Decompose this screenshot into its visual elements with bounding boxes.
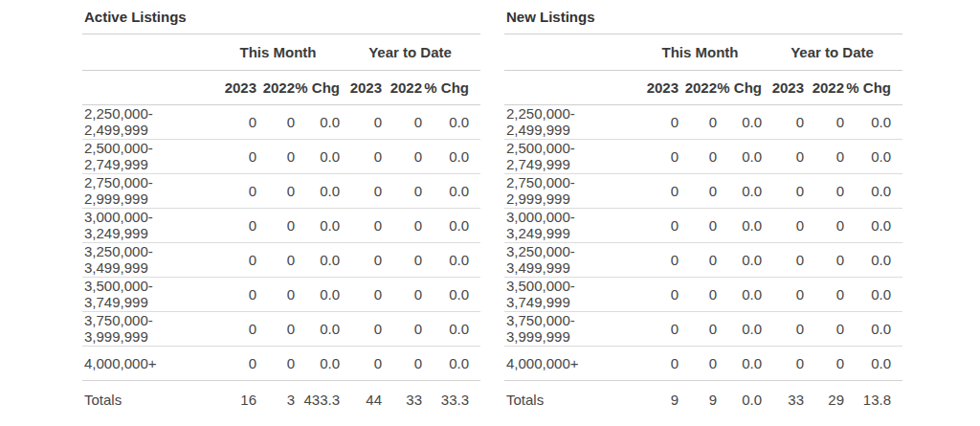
cell-value: 0 (216, 346, 256, 380)
row-label: 2,500,000-2,749,999 (504, 139, 638, 173)
cell-value: 0.0 (844, 104, 902, 139)
cell-value: 0.0 (422, 242, 480, 277)
column-header-row: 2023 2022 % Chg 2023 2022 % Chg (82, 70, 480, 104)
cell-value: 0 (340, 104, 382, 139)
cell-value: 0.0 (844, 277, 902, 311)
row-label: 4,000,000+ (504, 346, 638, 380)
column-header: 2023 (216, 70, 256, 104)
column-header: 2022 (804, 70, 844, 104)
cell-value: 9 (638, 380, 679, 418)
cell-value: 0 (804, 208, 844, 242)
table-row: 4,000,000+000.0000.0 (82, 346, 480, 380)
table-row: 3,750,000-3,999,999000.0000.0 (504, 311, 902, 346)
cell-value: 0 (679, 346, 717, 380)
cell-value: 0 (340, 173, 382, 208)
table-title: New Listings (504, 0, 902, 34)
group-header-row: This Month Year to Date (504, 34, 902, 70)
cell-value: 0 (762, 208, 804, 242)
cell-value: 0 (382, 208, 422, 242)
group-header-this-month: This Month (216, 34, 340, 70)
active-listings-data-table: This Month Year to Date 2023 2022 % Chg … (82, 34, 480, 418)
cell-value: 0 (679, 104, 717, 139)
group-header-row: This Month Year to Date (82, 34, 480, 70)
cell-value: 0 (679, 277, 717, 311)
table-footer: Totals990.0332913.8 (504, 380, 902, 418)
cell-value: 0.0 (717, 104, 762, 139)
cell-value: 9 (679, 380, 717, 418)
cell-value: 0 (679, 208, 717, 242)
column-header: 2023 (340, 70, 382, 104)
cell-value: 0 (638, 208, 679, 242)
cell-value: 33 (382, 380, 422, 418)
column-header: % Chg (295, 70, 340, 104)
cell-value: 0.0 (717, 139, 762, 173)
cell-value: 0 (216, 311, 256, 346)
cell-value: 0 (382, 242, 422, 277)
row-label: 3,500,000-3,749,999 (82, 277, 216, 311)
cell-value: 0.0 (717, 208, 762, 242)
cell-value: 0.0 (295, 104, 340, 139)
cell-value: 0 (638, 104, 679, 139)
table-row: 4,000,000+000.0000.0 (504, 346, 902, 380)
row-label: 2,500,000-2,749,999 (82, 139, 216, 173)
cell-value: 0 (804, 242, 844, 277)
cell-value: 0.0 (422, 104, 480, 139)
cell-value: 0 (804, 311, 844, 346)
cell-value: 0 (762, 242, 804, 277)
row-label: 4,000,000+ (82, 346, 216, 380)
new-listings-section: New Listings This Month Year to Date 202… (504, 0, 902, 418)
cell-value: 0 (804, 139, 844, 173)
row-label: Totals (504, 380, 638, 418)
cell-value: 0 (256, 173, 295, 208)
cell-value: 0.0 (422, 311, 480, 346)
table-row: 3,250,000-3,499,999000.0000.0 (82, 242, 480, 277)
cell-value: 0 (256, 346, 295, 380)
cell-value: 0 (256, 208, 295, 242)
cell-value: 0 (382, 277, 422, 311)
row-label: 3,000,000-3,249,999 (82, 208, 216, 242)
cell-value: 3 (256, 380, 295, 418)
column-header: % Chg (844, 70, 902, 104)
cell-value: 0 (762, 346, 804, 380)
cell-value: 0 (256, 277, 295, 311)
column-header: 2023 (638, 70, 679, 104)
cell-value: 0 (638, 311, 679, 346)
table-row: 2,500,000-2,749,999000.0000.0 (504, 139, 902, 173)
table-body: 2,250,000-2,499,999000.0000.02,500,000-2… (504, 104, 902, 380)
new-listings-data-table: This Month Year to Date 2023 2022 % Chg … (504, 34, 902, 418)
cell-value: 0.0 (844, 311, 902, 346)
row-label: 2,250,000-2,499,999 (82, 104, 216, 139)
table-row: 2,250,000-2,499,999000.0000.0 (82, 104, 480, 139)
row-label: 3,250,000-3,499,999 (504, 242, 638, 277)
cell-value: 433.3 (295, 380, 340, 418)
cell-value: 0 (216, 242, 256, 277)
cell-value: 0.0 (295, 311, 340, 346)
totals-row: Totals990.0332913.8 (504, 380, 902, 418)
cell-value: 33.3 (422, 380, 480, 418)
cell-value: 0.0 (295, 277, 340, 311)
column-header: % Chg (717, 70, 762, 104)
cell-value: 29 (804, 380, 844, 418)
cell-value: 0 (804, 346, 844, 380)
table-row: 3,500,000-3,749,999000.0000.0 (504, 277, 902, 311)
active-listings-section: Active Listings This Month Year to Date … (82, 0, 480, 418)
cell-value: 0 (340, 277, 382, 311)
cell-value: 0 (256, 311, 295, 346)
column-header-row: 2023 2022 % Chg 2023 2022 % Chg (504, 70, 902, 104)
table-row: 2,250,000-2,499,999000.0000.0 (504, 104, 902, 139)
cell-value: 0.0 (844, 139, 902, 173)
column-header: 2023 (762, 70, 804, 104)
group-header-year-to-date: Year to Date (762, 34, 902, 70)
cell-value: 0 (340, 139, 382, 173)
cell-value: 0.0 (717, 311, 762, 346)
row-label: 3,250,000-3,499,999 (82, 242, 216, 277)
cell-value: 0 (638, 277, 679, 311)
cell-value: 0.0 (422, 346, 480, 380)
table-row: 3,000,000-3,249,999000.0000.0 (82, 208, 480, 242)
table-row: 3,750,000-3,999,999000.0000.0 (82, 311, 480, 346)
cell-value: 0 (762, 311, 804, 346)
spacer-cell (504, 70, 638, 104)
cell-value: 0 (216, 277, 256, 311)
reports-container: Active Listings This Month Year to Date … (0, 0, 980, 418)
row-label: 2,750,000-2,999,999 (504, 173, 638, 208)
